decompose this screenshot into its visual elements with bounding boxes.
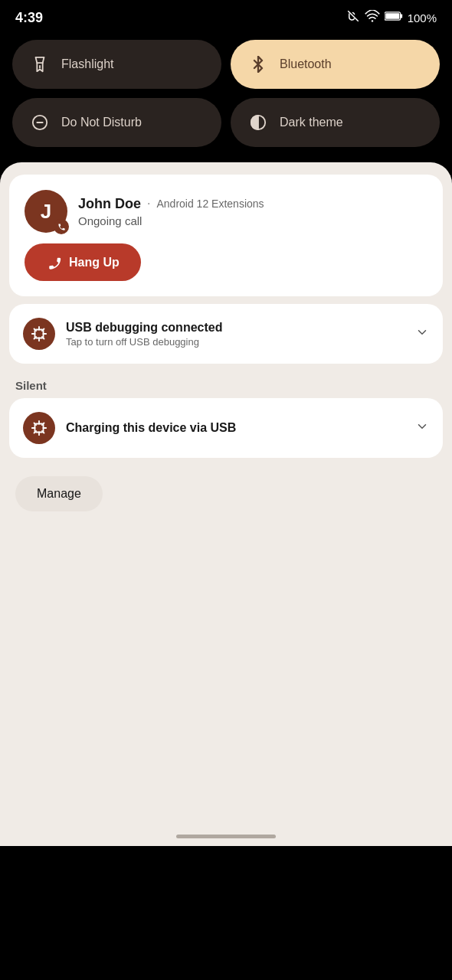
quick-settings-panel: Flashlight Bluetooth Do Not Disturb [0, 32, 452, 162]
usb-debug-subtitle: Tap to turn off USB debugging [66, 336, 405, 348]
charging-icon [23, 412, 55, 444]
flashlight-icon [29, 54, 51, 75]
dark-theme-icon [247, 112, 269, 133]
call-app-name: Android 12 Extensions [156, 198, 264, 210]
dark-theme-label: Dark theme [280, 116, 343, 129]
flashlight-label: Flashlight [61, 57, 113, 71]
call-header: J John Doe · Android 12 Extensions Ongoi… [25, 190, 427, 233]
charging-title: Charging this device via USB [66, 421, 405, 435]
usb-debug-title: USB debugging connected [66, 321, 405, 335]
status-icons: 100% [346, 9, 437, 26]
charging-notification[interactable]: Charging this device via USB [9, 398, 443, 458]
bluetooth-label: Bluetooth [280, 57, 332, 71]
home-indicator [0, 821, 452, 846]
battery-percentage: 100% [408, 11, 437, 24]
mute-icon [346, 9, 360, 26]
dnd-icon [29, 112, 51, 133]
svg-rect-3 [400, 14, 402, 18]
wifi-icon [365, 10, 380, 25]
dnd-label: Do Not Disturb [61, 116, 142, 129]
call-info: John Doe · Android 12 Extensions Ongoing… [78, 196, 427, 227]
charging-chevron[interactable] [415, 420, 429, 437]
caller-avatar: J [25, 190, 67, 233]
manage-button[interactable]: Manage [15, 476, 103, 511]
bluetooth-icon [247, 54, 269, 75]
usb-debug-notification[interactable]: USB debugging connected Tap to turn off … [9, 304, 443, 364]
quick-settings-grid: Flashlight Bluetooth Do Not Disturb [12, 40, 440, 147]
usb-debug-icon [23, 318, 55, 350]
dnd-tile[interactable]: Do Not Disturb [12, 98, 221, 147]
caller-name: John Doe [78, 196, 141, 212]
hang-up-button[interactable]: Hang Up [25, 243, 141, 281]
home-bar [176, 835, 276, 838]
status-bar: 4:39 100% [0, 0, 452, 32]
call-status: Ongoing call [78, 214, 427, 227]
call-name-row: John Doe · Android 12 Extensions [78, 196, 427, 212]
dark-theme-tile[interactable]: Dark theme [231, 98, 440, 147]
svg-point-1 [371, 20, 372, 21]
bluetooth-tile[interactable]: Bluetooth [231, 40, 440, 89]
phone-icon [54, 219, 69, 234]
silent-section-label: Silent [9, 371, 443, 398]
status-time: 4:39 [15, 10, 43, 26]
flashlight-tile[interactable]: Flashlight [12, 40, 221, 89]
usb-debug-text: USB debugging connected Tap to turn off … [66, 321, 405, 348]
svg-rect-4 [385, 13, 399, 19]
notification-area: J John Doe · Android 12 Extensions Ongoi… [0, 162, 452, 821]
call-notification-card: J John Doe · Android 12 Extensions Ongoi… [9, 175, 443, 296]
hang-up-icon [41, 250, 66, 275]
charging-text: Charging this device via USB [66, 421, 405, 435]
usb-debug-chevron[interactable] [415, 325, 429, 343]
battery-icon [385, 10, 403, 25]
hang-up-label: Hang Up [69, 256, 120, 270]
